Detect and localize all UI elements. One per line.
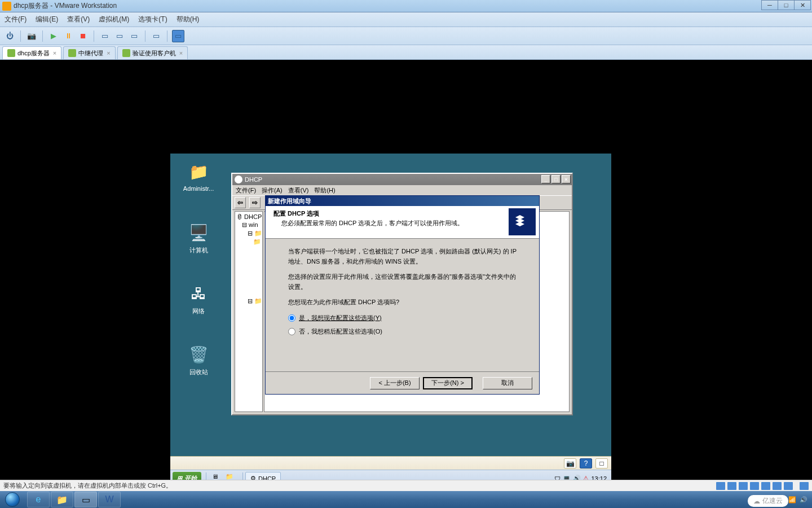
- wizard-heading: 配置 DHCP 选项: [273, 209, 531, 218]
- start-orb[interactable]: [2, 492, 23, 507]
- tree-root[interactable]: 🛢 DHCP: [236, 213, 261, 221]
- device-icon[interactable]: [800, 482, 809, 490]
- close-button[interactable]: ×: [562, 175, 571, 183]
- device-icon[interactable]: [773, 482, 782, 490]
- dhcp-icon: ⚙: [235, 176, 242, 183]
- windows-logo-icon: [5, 492, 20, 507]
- vm-icon: [122, 49, 130, 57]
- close-icon[interactable]: ×: [53, 50, 56, 56]
- tab-label: 中继代理: [78, 49, 103, 58]
- mmc-titlebar[interactable]: ⚙ DHCP _ □ ×: [232, 174, 572, 185]
- fullscreen-button[interactable]: ▭: [172, 30, 184, 42]
- next-button[interactable]: 下一步(N) >: [423, 377, 473, 389]
- pinned-apps: e 📁 ▭ W: [27, 492, 121, 507]
- device-icon[interactable]: [727, 482, 736, 490]
- pinned-vmware[interactable]: ▭: [74, 492, 97, 507]
- close-button[interactable]: ✕: [794, 0, 811, 10]
- vm-icon: [68, 49, 76, 57]
- mmc-menu-help[interactable]: 帮助(H): [314, 186, 335, 195]
- vmware-status-bar: 要将输入定向到该虚拟机，请在虚拟机内部单击或按 Ctrl+G。: [0, 480, 812, 491]
- desktop-network-icon[interactable]: 🖧 网络: [182, 282, 215, 316]
- mmc-menu-file[interactable]: 文件(F): [236, 186, 256, 195]
- tab-label: dhcp服务器: [17, 49, 50, 58]
- guest-desktop[interactable]: 📁 Administr... 🖥️ 计算机 🖧 网络 🗑️ 回收站 ⚙ DHCP…: [170, 154, 611, 487]
- close-icon[interactable]: ×: [107, 50, 110, 56]
- mmc-menu-view[interactable]: 查看(V): [288, 186, 309, 195]
- radio-yes[interactable]: 是，我想现在配置这些选项(Y): [288, 313, 517, 323]
- vm-viewport[interactable]: 📁 Administr... 🖥️ 计算机 🖧 网络 🗑️ 回收站 ⚙ DHCP…: [0, 60, 812, 475]
- tab-relay[interactable]: 中继代理 ×: [63, 46, 115, 59]
- host-title: dhcp服务器 - VMware Workstation: [14, 1, 117, 11]
- info-button[interactable]: 📷: [564, 458, 576, 468]
- back-button[interactable]: ⇦: [235, 197, 246, 208]
- mmc-menu-action[interactable]: 操作(A): [262, 186, 283, 195]
- minimize-button[interactable]: _: [541, 175, 550, 183]
- view2-button[interactable]: ▭: [113, 30, 126, 42]
- desktop-recycle-icon[interactable]: 🗑️ 回收站: [182, 343, 215, 376]
- menu-file[interactable]: 文件(F): [5, 15, 27, 24]
- separator: [167, 30, 167, 42]
- wizard-footer: < 上一步(B) 下一步(N) > 取消: [266, 371, 539, 394]
- mmc-tree[interactable]: 🛢 DHCP ⊟ win ⊟ 📁 📁 ⊟ 📁: [235, 211, 263, 412]
- radio-no[interactable]: 否，我想稍后配置这些选项(O): [288, 327, 517, 337]
- menu-tabs[interactable]: 选项卡(T): [138, 15, 167, 24]
- vmware-menubar: 文件(F) 编辑(E) 查看(V) 虚拟机(M) 选项卡(T) 帮助(H): [0, 12, 812, 27]
- wizard-question: 您想现在为此作用域配置 DHCP 选项吗?: [288, 297, 517, 308]
- trash-icon: 🗑️: [187, 343, 210, 366]
- tree-node[interactable]: ⊟ 📁: [236, 297, 261, 305]
- unity-button[interactable]: ▭: [150, 30, 162, 42]
- radio-no-input[interactable]: [288, 328, 295, 335]
- tray-network-icon[interactable]: 📶: [788, 496, 796, 503]
- forward-button[interactable]: ⇨: [249, 197, 261, 208]
- tab-dhcp-server[interactable]: dhcp服务器 ×: [2, 46, 61, 59]
- radio-yes-input[interactable]: [288, 314, 295, 322]
- close-info-button[interactable]: □: [595, 458, 608, 468]
- suspend-button[interactable]: ⏸: [62, 30, 74, 42]
- snapshot-button[interactable]: 📷: [25, 30, 38, 42]
- help-button[interactable]: ?: [580, 458, 592, 468]
- vmware-toolbar: ⏻ 📷 ▶ ⏸ ⏹ ▭ ▭ ▭ ▭ ▭: [0, 27, 812, 45]
- new-scope-wizard: 新建作用域向导 配置 DHCP 选项 您必须配置最常用的 DHCP 选项之后，客…: [265, 195, 540, 395]
- icon-label: 计算机: [182, 246, 215, 255]
- back-button[interactable]: < 上一步(B): [370, 377, 420, 389]
- power-button[interactable]: ⏻: [3, 30, 16, 42]
- tree-node[interactable]: 📁: [236, 238, 261, 246]
- maximize-button[interactable]: □: [778, 0, 795, 10]
- radio-no-label: 否，我想稍后配置这些选项(O): [299, 327, 382, 337]
- maximize-button[interactable]: □: [551, 175, 561, 183]
- close-icon[interactable]: ×: [179, 50, 183, 56]
- minimize-button[interactable]: ─: [761, 0, 778, 10]
- pinned-ie[interactable]: e: [27, 492, 50, 507]
- icon-label: 回收站: [182, 368, 215, 376]
- view1-button[interactable]: ▭: [99, 30, 111, 42]
- menu-edit[interactable]: 编辑(E): [36, 15, 58, 24]
- view3-button[interactable]: ▭: [128, 30, 140, 42]
- tree-node[interactable]: ⊟ 📁: [236, 229, 261, 238]
- watermark: ☁ 亿速云: [748, 495, 788, 507]
- icon-label: Administr...: [182, 185, 215, 192]
- stop-button[interactable]: ⏹: [77, 30, 89, 42]
- tree-server[interactable]: ⊟ win: [236, 221, 261, 229]
- desktop-admin-icon[interactable]: 📁 Administr...: [182, 160, 215, 192]
- mmc-title-text: DHCP: [245, 176, 262, 183]
- pinned-explorer[interactable]: 📁: [51, 492, 73, 507]
- device-icon[interactable]: [739, 482, 748, 490]
- host-titlebar: dhcp服务器 - VMware Workstation ─ □ ✕: [0, 0, 812, 12]
- device-icon[interactable]: [761, 482, 770, 490]
- menu-vm[interactable]: 虚拟机(M): [99, 15, 129, 24]
- device-icon[interactable]: [750, 482, 759, 490]
- tray-volume-icon[interactable]: 🔊: [800, 496, 807, 503]
- status-text: 要将输入定向到该虚拟机，请在虚拟机内部单击或按 Ctrl+G。: [3, 481, 172, 490]
- desktop-computer-icon[interactable]: 🖥️ 计算机: [182, 221, 215, 255]
- device-icon[interactable]: [784, 482, 793, 490]
- menu-help[interactable]: 帮助(H): [176, 15, 200, 24]
- cancel-button[interactable]: 取消: [483, 377, 532, 389]
- tab-client[interactable]: 验证使用客户机 ×: [117, 46, 188, 59]
- play-button[interactable]: ▶: [47, 30, 60, 42]
- pinned-word[interactable]: W: [98, 492, 121, 507]
- wizard-titlebar[interactable]: 新建作用域向导: [266, 196, 539, 206]
- menu-view[interactable]: 查看(V): [67, 15, 90, 24]
- device-icon[interactable]: [716, 482, 725, 490]
- wizard-text: 当客户端获得一个地址时，它也被指定了 DHCP 选项，例如路由器 (默认网关) …: [288, 247, 517, 266]
- wizard-body: 当客户端获得一个地址时，它也被指定了 DHCP 选项，例如路由器 (默认网关) …: [266, 239, 539, 348]
